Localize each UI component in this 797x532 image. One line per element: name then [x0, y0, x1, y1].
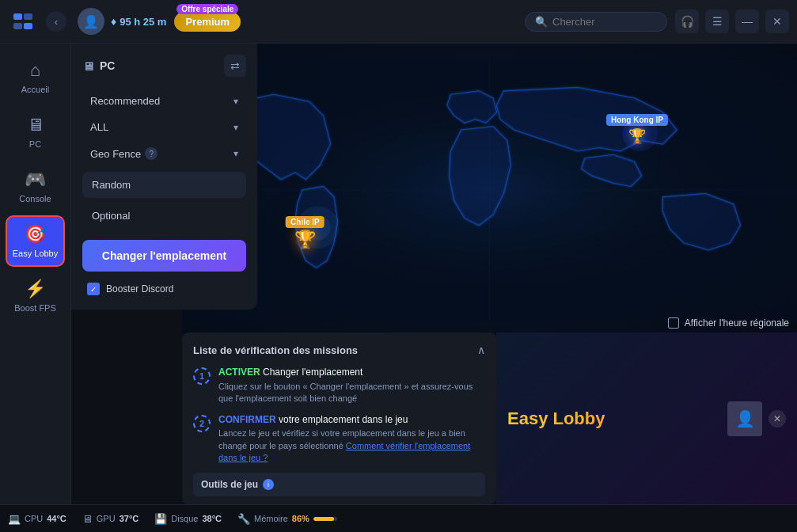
cpu-label: CPU	[25, 514, 43, 523]
boost-fps-icon: ⚡	[25, 279, 46, 299]
switch-button[interactable]: ⇄	[224, 55, 246, 77]
hongkong-trophy-icon: 🏆	[628, 127, 646, 145]
all-chevron-icon: ▾	[233, 122, 238, 133]
svg-rect-0	[13, 13, 22, 20]
all-section[interactable]: ALL ▾	[82, 114, 246, 140]
mission-title: Liste de vérification des missions	[193, 344, 358, 356]
geo-fence-row: Geo Fence ?	[90, 147, 158, 160]
pc-icon: 🖥	[82, 59, 94, 73]
console-icon: 🎮	[25, 169, 46, 190]
memoire-value: 86%	[292, 514, 309, 523]
top-bar: ‹ 👤 ♦ 95 h 25 m Offre spéciale Premium 🔍…	[0, 0, 797, 44]
sidebar-label-easy-lobby: Easy Lobby	[13, 249, 58, 258]
step-2-number: 2	[193, 415, 211, 432]
search-icon: 🔍	[535, 16, 548, 28]
sidebar-item-console[interactable]: 🎮 Console	[6, 161, 65, 212]
outils-title: Outils de jeu	[201, 479, 258, 490]
optional-item[interactable]: Optional	[82, 203, 246, 229]
geo-fence-help-icon[interactable]: ?	[145, 147, 158, 160]
minimize-button[interactable]: —	[735, 10, 759, 33]
disque-value: 38°C	[202, 514, 222, 523]
recommended-label: Recommended	[90, 95, 160, 107]
booster-discord-label: Booster Discord	[106, 283, 173, 294]
back-button[interactable]: ‹	[46, 11, 66, 32]
sidebar-label-boost-fps: Boost FPS	[14, 303, 56, 313]
mission-header: Liste de vérification des missions ∧	[193, 344, 485, 356]
offre-badge: Offre spéciale	[176, 4, 238, 14]
step-1-number: 1	[193, 367, 211, 385]
recommended-section[interactable]: Recommended ▾	[82, 88, 246, 114]
sidebar: ⌂ Accueil 🖥 PC 🎮 Console 🎯 Easy Lobby ⚡ …	[0, 44, 71, 532]
regional-time-checkbox[interactable]	[668, 317, 679, 329]
random-label: Random	[92, 179, 131, 191]
gpu-label: GPU	[97, 514, 116, 523]
step-2-action: CONFIRMER votre emplacement dans le jeu	[218, 413, 485, 427]
gpu-icon: 🖥	[82, 513, 93, 525]
search-bar: 🔍	[525, 12, 667, 32]
easy-lobby-icon: 🎯	[25, 224, 46, 245]
banner-title: Easy Lobby	[507, 408, 605, 429]
hongkong-pin[interactable]: Hong Kong IP 🏆	[606, 114, 668, 145]
sidebar-item-accueil[interactable]: ⌂ Accueil	[6, 51, 65, 103]
mission-step-2: 2 CONFIRMER votre emplacement dans le je…	[193, 413, 485, 465]
panel-title-text: PC	[100, 59, 115, 72]
optional-label: Optional	[92, 210, 130, 222]
diamond-icon: ♦	[111, 15, 116, 28]
mission-step-1: 1 ACTIVER Changer l'emplacement Cliquez …	[193, 366, 485, 405]
svg-rect-2	[13, 23, 22, 29]
step-1-action: ACTIVER Changer l'emplacement	[218, 366, 485, 379]
geo-fence-section[interactable]: Geo Fence ? ▾	[82, 140, 246, 167]
svg-rect-1	[24, 13, 32, 20]
svg-rect-3	[24, 23, 32, 29]
map-area: Chile IP 🏆 Hong Kong IP 🏆 Afficher l'heu…	[182, 44, 797, 336]
left-panel: 🖥 PC ⇄ Recommended ▾ ALL ▾ Geo Fence ? ▾…	[71, 44, 257, 310]
gpu-value: 37°C	[120, 514, 139, 523]
step-2-action-text: votre emplacement dans le jeu	[279, 414, 408, 425]
outils-info-icon: i	[263, 479, 274, 490]
main-content: Chile IP 🏆 Hong Kong IP 🏆 Afficher l'heu…	[71, 44, 797, 532]
panel-header: 🖥 PC ⇄	[82, 55, 246, 77]
regional-time-label: Afficher l'heure régionale	[685, 317, 789, 329]
step-2-link[interactable]: Comment vérifier l'emplacement dans le j…	[218, 441, 470, 462]
sidebar-label-console: Console	[19, 194, 51, 203]
premium-button[interactable]: Offre spéciale Premium	[174, 12, 241, 32]
cpu-value: 44°C	[47, 514, 66, 523]
booster-discord-checkbox[interactable]: ✓	[87, 283, 100, 295]
outils-bar: Outils de jeu i	[193, 473, 485, 496]
chile-pin[interactable]: Chile IP 🏆	[286, 216, 324, 250]
geo-fence-chevron-icon: ▾	[233, 148, 238, 159]
memoire-label: Mémoire	[254, 514, 288, 523]
disque-stat: 💾 Disque 38°C	[154, 513, 222, 525]
avatar: 👤	[78, 8, 104, 35]
map-background: Chile IP 🏆 Hong Kong IP 🏆 Afficher l'heu…	[182, 44, 797, 336]
disque-label: Disque	[171, 514, 198, 523]
mission-collapse-icon[interactable]: ∧	[477, 344, 485, 356]
booster-row: ✓ Booster Discord	[82, 279, 246, 298]
sidebar-item-boost-fps[interactable]: ⚡ Boost FPS	[6, 270, 65, 321]
random-item[interactable]: Random	[82, 172, 246, 198]
geo-fence-label: Geo Fence	[90, 148, 141, 160]
sidebar-label-pc: PC	[29, 139, 41, 149]
banner-close-button[interactable]: ✕	[769, 410, 786, 428]
search-input[interactable]	[552, 16, 655, 28]
diamond-badge: ♦ 95 h 25 m	[111, 15, 166, 28]
memoire-bar-bg	[313, 517, 337, 521]
step-2-content: CONFIRMER votre emplacement dans le jeu …	[218, 413, 485, 465]
change-location-button[interactable]: Changer l'emplacement	[82, 240, 246, 272]
sidebar-item-pc[interactable]: 🖥 PC	[6, 106, 65, 158]
regional-time-toggle[interactable]: Afficher l'heure régionale	[668, 317, 789, 329]
bottom-bar: 💻 CPU 44°C 🖥 GPU 37°C 💾 Disque 38°C 🔧 Mé…	[0, 504, 797, 532]
lower-area: Liste de vérification des missions ∧ 1 A…	[182, 332, 797, 504]
menu-button[interactable]: ☰	[705, 10, 729, 33]
support-button[interactable]: 🎧	[675, 10, 699, 33]
close-button[interactable]: ✕	[765, 10, 789, 33]
banner-right: 👤 ✕	[727, 401, 786, 436]
step-1-keyword: ACTIVER	[218, 367, 260, 378]
all-label: ALL	[90, 121, 108, 133]
sidebar-item-easy-lobby[interactable]: 🎯 Easy Lobby	[6, 215, 65, 267]
banner-avatar: 👤	[727, 401, 762, 436]
memoire-stat: 🔧 Mémoire 86%	[237, 513, 337, 525]
hongkong-label: Hong Kong IP	[606, 114, 668, 126]
easy-lobby-banner: Easy Lobby 👤 ✕	[496, 332, 797, 504]
step-2-desc: Lancez le jeu et vérifiez si votre empla…	[218, 428, 485, 464]
